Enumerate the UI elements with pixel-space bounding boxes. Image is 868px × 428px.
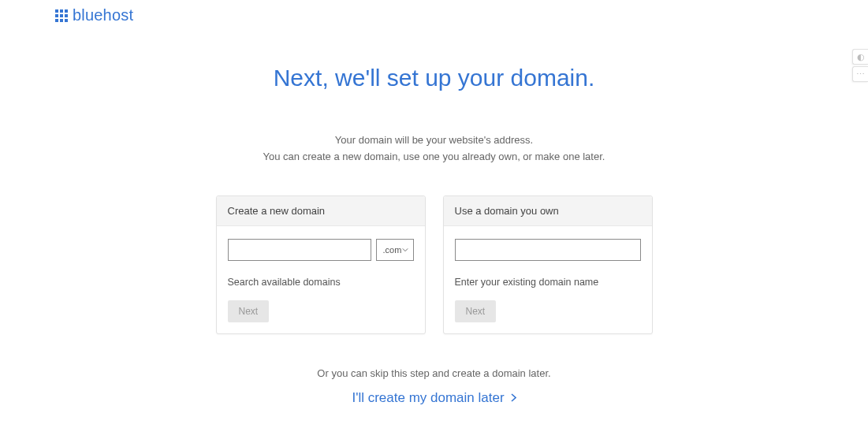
own-card-body: Enter your existing domain name Next (444, 226, 652, 333)
create-domain-card: Create a new domain .com Search availabl… (216, 195, 426, 334)
create-card-header: Create a new domain (217, 196, 425, 226)
brand-name: bluehost (73, 6, 133, 24)
side-tab-1[interactable]: ◐ (852, 49, 868, 65)
create-later-label: I'll create my domain later (352, 390, 504, 406)
skip-text: Or you can skip this step and create a d… (0, 367, 868, 379)
domain-cards: Create a new domain .com Search availabl… (0, 195, 868, 334)
page-title: Next, we'll set up your domain. (0, 65, 868, 91)
skip-section: Or you can skip this step and create a d… (0, 367, 868, 406)
subtext-line-1: Your domain will be your website's addre… (0, 132, 868, 149)
chevron-right-icon (511, 393, 516, 402)
create-card-body: .com Search available domains Next (217, 226, 425, 333)
logo-grid-icon (55, 9, 68, 22)
existing-domain-input[interactable] (455, 239, 641, 261)
own-helper-text: Enter your existing domain name (455, 277, 641, 288)
create-later-link[interactable]: I'll create my domain later (352, 390, 516, 406)
main-content: Next, we'll set up your domain. Your dom… (0, 0, 868, 406)
subtext-line-2: You can create a new domain, use one you… (0, 149, 868, 166)
create-next-button[interactable]: Next (228, 300, 270, 322)
own-domain-card: Use a domain you own Enter your existing… (443, 195, 653, 334)
tld-select[interactable]: .com (376, 239, 414, 261)
page-subtext: Your domain will be your website's addre… (0, 132, 868, 166)
tld-selected-value: .com (383, 245, 402, 255)
own-card-header: Use a domain you own (444, 196, 652, 226)
brand-logo[interactable]: bluehost (55, 6, 133, 24)
chevron-down-icon (402, 247, 408, 253)
new-domain-input[interactable] (228, 239, 371, 261)
own-next-button[interactable]: Next (455, 300, 497, 322)
side-widget-tabs: ◐ ⋯ (852, 49, 868, 82)
create-input-row: .com (228, 239, 414, 261)
create-helper-text: Search available domains (228, 277, 414, 288)
side-tab-2[interactable]: ⋯ (852, 66, 868, 82)
